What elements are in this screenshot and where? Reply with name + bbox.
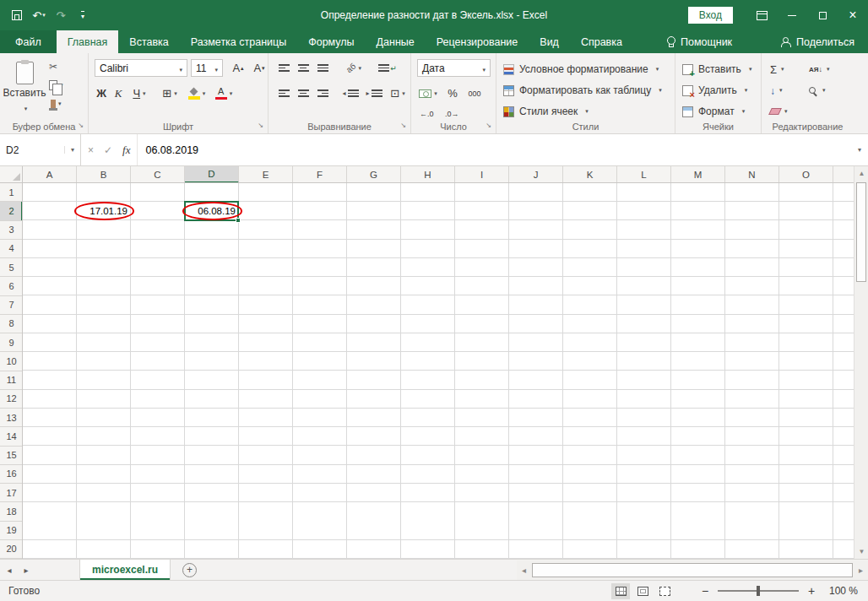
ribbon-display-options-button[interactable] — [746, 0, 777, 30]
number-dialog-launcher[interactable] — [484, 121, 493, 130]
horizontal-scroll-thumb[interactable] — [532, 563, 853, 577]
sheet-tab-active[interactable]: microexcel.ru — [79, 560, 171, 580]
find-select-button[interactable] — [809, 82, 826, 99]
merge-center-button[interactable]: ⊡ — [387, 84, 409, 102]
normal-view-button[interactable] — [611, 583, 630, 599]
cut-button[interactable]: ✂ — [49, 60, 63, 73]
cell-B2[interactable]: 17.01.19 — [77, 202, 131, 220]
underline-button[interactable]: Ч — [127, 84, 151, 102]
column-header-N[interactable]: N — [725, 166, 779, 183]
row-header-6[interactable]: 6 — [0, 277, 23, 295]
column-header-J[interactable]: J — [509, 166, 563, 183]
fill-button[interactable] — [770, 82, 783, 99]
maximize-button[interactable] — [807, 0, 838, 30]
minimize-button[interactable] — [777, 0, 807, 30]
orientation-button[interactable]: аб — [341, 59, 366, 77]
row-header-20[interactable]: 20 — [0, 540, 23, 559]
column-header-K[interactable]: K — [563, 166, 617, 183]
row-header-17[interactable]: 17 — [0, 484, 23, 502]
undo-button[interactable]: ↶ — [29, 4, 49, 26]
align-bottom-button[interactable] — [314, 59, 331, 77]
ribbon-tab-insert[interactable]: Вставка — [118, 30, 179, 53]
name-box[interactable]: D2 — [0, 134, 81, 165]
row-header-3[interactable]: 3 — [0, 221, 23, 240]
align-top-button[interactable] — [275, 59, 292, 77]
row-header-16[interactable]: 16 — [0, 465, 23, 484]
align-middle-button[interactable] — [295, 59, 312, 77]
font-size-combo[interactable]: 11 — [191, 59, 223, 77]
horizontal-scrollbar[interactable] — [517, 560, 868, 580]
formula-bar-expand-button[interactable] — [851, 134, 868, 165]
page-break-view-button[interactable] — [655, 583, 674, 599]
zoom-in-button[interactable]: + — [806, 584, 816, 598]
row-header-11[interactable]: 11 — [0, 371, 23, 390]
zoom-out-button[interactable]: − — [700, 584, 710, 598]
alignment-dialog-launcher[interactable] — [399, 121, 408, 130]
row-header-19[interactable]: 19 — [0, 522, 23, 540]
select-all-corner[interactable] — [0, 166, 23, 183]
align-center-button[interactable] — [295, 84, 312, 102]
delete-cells-button[interactable]: Удалить — [682, 82, 747, 99]
column-header-F[interactable]: F — [293, 166, 347, 183]
font-dialog-launcher[interactable] — [256, 121, 265, 130]
scroll-down-arrow[interactable] — [854, 544, 868, 559]
column-header-B[interactable]: B — [77, 166, 131, 183]
row-header-7[interactable]: 7 — [0, 296, 23, 315]
column-header-C[interactable]: C — [131, 166, 185, 183]
paste-button[interactable]: Вставить — [4, 57, 45, 117]
ribbon-tab-help[interactable]: Справка — [570, 30, 633, 53]
share-button[interactable]: Поделиться — [767, 30, 868, 53]
clipboard-dialog-launcher[interactable] — [76, 121, 85, 130]
conditional-formatting-button[interactable]: Условное форматирование — [503, 61, 659, 78]
row-header-14[interactable]: 14 — [0, 427, 23, 446]
format-cells-button[interactable]: Формат — [682, 103, 745, 120]
zoom-level[interactable]: 100 % — [824, 585, 858, 597]
row-header-9[interactable]: 9 — [0, 333, 23, 352]
clear-button[interactable] — [770, 103, 788, 120]
autosum-button[interactable]: Σ — [770, 61, 784, 78]
copy-button[interactable] — [49, 79, 63, 91]
redo-button[interactable]: ↷ — [51, 4, 71, 26]
column-header-I[interactable]: I — [455, 166, 509, 183]
align-left-button[interactable] — [275, 84, 292, 102]
page-layout-view-button[interactable] — [633, 583, 652, 599]
sheet-nav-left-arrow[interactable] — [0, 560, 19, 580]
decrease-indent-button[interactable] — [339, 84, 361, 102]
sheet-nav-right-arrow[interactable] — [19, 560, 34, 580]
decrease-decimal-button[interactable]: .0→ — [445, 106, 465, 121]
ribbon-tab-home[interactable]: Главная — [57, 30, 119, 53]
increase-indent-button[interactable] — [363, 84, 385, 102]
row-header-1[interactable]: 1 — [0, 183, 23, 202]
row-header-15[interactable]: 15 — [0, 447, 23, 465]
fill-color-button[interactable] — [185, 84, 209, 102]
increase-decimal-button[interactable]: ←.0 — [420, 106, 440, 121]
close-button[interactable] — [838, 0, 868, 30]
wrap-text-button[interactable] — [377, 59, 399, 77]
insert-function-button[interactable]: fx — [122, 143, 130, 157]
save-button[interactable] — [7, 4, 27, 26]
row-header-2[interactable]: 2 — [0, 202, 23, 220]
italic-button[interactable]: К — [111, 84, 125, 102]
increase-font-size-button[interactable]: А — [228, 59, 248, 77]
column-header-M[interactable]: M — [671, 166, 725, 183]
column-header-D[interactable]: D — [185, 166, 239, 183]
ribbon-tab-formulas[interactable]: Формулы — [297, 30, 365, 53]
comma-style-button[interactable]: 000 — [464, 84, 486, 102]
borders-button[interactable]: ⊞ — [158, 84, 182, 102]
decrease-font-size-button[interactable]: А — [249, 59, 269, 77]
name-box-dropdown[interactable] — [64, 146, 74, 154]
enter-icon[interactable]: ✓ — [104, 144, 112, 156]
row-header-10[interactable]: 10 — [0, 352, 23, 371]
formula-input[interactable]: 06.08.2019 — [138, 134, 851, 165]
ribbon-tab-view[interactable]: Вид — [529, 30, 570, 53]
format-painter-button[interactable] — [49, 97, 63, 110]
align-right-button[interactable] — [314, 84, 331, 102]
insert-cells-button[interactable]: Вставить — [682, 61, 751, 78]
column-header-G[interactable]: G — [347, 166, 401, 183]
cancel-icon[interactable]: × — [88, 144, 94, 156]
qat-customize-button[interactable]: ▾ — [73, 4, 93, 26]
ribbon-tab-review[interactable]: Рецензирование — [426, 30, 529, 53]
number-format-combo[interactable]: Дата — [417, 59, 491, 77]
column-header-E[interactable]: E — [239, 166, 293, 183]
row-header-13[interactable]: 13 — [0, 409, 23, 427]
